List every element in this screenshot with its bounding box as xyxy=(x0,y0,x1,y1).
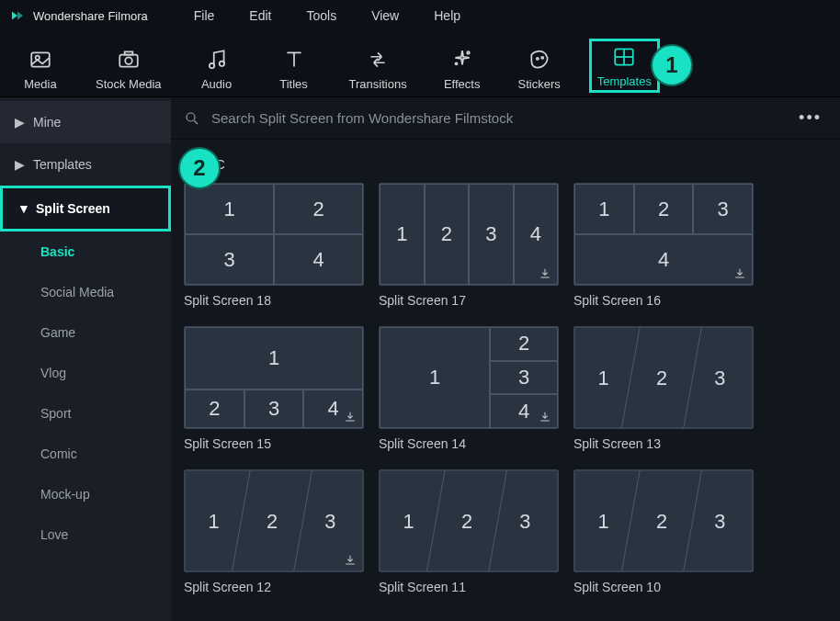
search-icon xyxy=(184,110,200,127)
svg-point-5 xyxy=(209,63,213,68)
svg-text:3: 3 xyxy=(519,510,530,533)
sidebar-item-vlog[interactable]: Vlog xyxy=(0,353,171,393)
svg-point-3 xyxy=(125,57,132,64)
template-thumb: 1234 xyxy=(184,326,364,429)
menubar: Wondershare Filmora FileEditToolsViewHel… xyxy=(0,0,840,31)
sidebar-item-mockup[interactable]: Mock-up xyxy=(0,474,171,514)
svg-text:1: 1 xyxy=(209,510,220,533)
sidebar: ▶Mine▶Templates▼Split ScreenBasicSocial … xyxy=(0,97,171,621)
toolbar-label: Audio xyxy=(201,77,232,91)
download-icon[interactable] xyxy=(538,410,552,424)
titles-icon xyxy=(282,48,306,72)
template-name: Split Screen 17 xyxy=(379,293,559,308)
toolbar-stock-media[interactable]: Stock Media xyxy=(90,44,167,93)
sidebar-group-templates[interactable]: ▶Templates xyxy=(0,143,171,186)
toolbar-audio[interactable]: Audio xyxy=(189,44,244,93)
template-thumb: 123 xyxy=(573,326,754,429)
app-brand: Wondershare Filmora xyxy=(9,7,148,24)
toolbar-titles[interactable]: Titles xyxy=(267,44,322,93)
template-name: Split Screen 15 xyxy=(184,436,364,451)
templates-grid: 1234Split Screen 181234Split Screen 1712… xyxy=(184,183,827,594)
template-name: Split Screen 10 xyxy=(573,580,754,594)
app-name: Wondershare Filmora xyxy=(33,9,148,23)
menu-edit[interactable]: Edit xyxy=(249,8,271,23)
svg-text:3: 3 xyxy=(714,367,725,390)
content: ••• C 1234Split Screen 181234Split Scree… xyxy=(171,97,840,621)
sidebar-item-game[interactable]: Game xyxy=(0,312,171,353)
template-thumb: 123 xyxy=(184,469,364,572)
menu-file[interactable]: File xyxy=(194,8,215,23)
caret-icon: ▼ xyxy=(17,201,27,216)
sidebar-item-comic[interactable]: Comic xyxy=(0,434,171,474)
main: ▶Mine▶Templates▼Split ScreenBasicSocial … xyxy=(0,97,840,621)
more-icon[interactable]: ••• xyxy=(793,108,827,128)
template-card-ss11[interactable]: 123Split Screen 11 xyxy=(379,469,559,594)
sidebar-group-label: Mine xyxy=(33,115,61,130)
svg-line-15 xyxy=(194,120,198,124)
svg-point-10 xyxy=(541,57,543,59)
toolbar-label: Media xyxy=(24,77,56,91)
toolbar-stickers[interactable]: Stickers xyxy=(512,44,567,93)
svg-text:2: 2 xyxy=(461,510,472,533)
caret-icon: ▶ xyxy=(15,157,24,172)
toolbar-transitions[interactable]: Transitions xyxy=(344,44,413,93)
templates-grid-area: C 1234Split Screen 181234Split Screen 17… xyxy=(171,140,840,621)
sidebar-group-mine[interactable]: ▶Mine xyxy=(0,101,171,143)
template-name: Split Screen 13 xyxy=(573,436,754,451)
svg-point-8 xyxy=(455,62,457,64)
search-input[interactable] xyxy=(211,110,782,126)
download-icon[interactable] xyxy=(343,553,358,568)
sidebar-group-label: Templates xyxy=(33,157,92,172)
sidebar-item-basic[interactable]: Basic xyxy=(0,231,171,272)
template-card-ss17[interactable]: 1234Split Screen 17 xyxy=(379,183,559,308)
toolbar-media[interactable]: Media xyxy=(13,44,68,93)
download-icon[interactable] xyxy=(538,266,552,281)
template-thumb: 1234 xyxy=(379,183,559,286)
menu-view[interactable]: View xyxy=(371,8,399,23)
template-card-ss16[interactable]: 1234Split Screen 16 xyxy=(573,183,754,308)
svg-text:2: 2 xyxy=(267,510,278,533)
media-icon xyxy=(28,48,52,72)
templates-icon xyxy=(612,45,636,69)
svg-point-9 xyxy=(536,58,538,60)
toolbar-label: Templates xyxy=(597,74,652,88)
svg-text:1: 1 xyxy=(598,510,609,533)
caret-icon: ▶ xyxy=(15,115,24,130)
svg-text:2: 2 xyxy=(656,510,667,533)
toolbar-effects[interactable]: Effects xyxy=(435,44,490,93)
svg-text:2: 2 xyxy=(656,367,667,390)
menu-help[interactable]: Help xyxy=(434,8,460,23)
sidebar-group-split[interactable]: ▼Split Screen xyxy=(0,186,171,231)
sidebar-item-love[interactable]: Love xyxy=(0,514,171,555)
template-card-ss15[interactable]: 1234Split Screen 15 xyxy=(184,326,364,451)
sidebar-group-label: Split Screen xyxy=(36,201,110,216)
template-name: Split Screen 12 xyxy=(184,580,364,594)
stock-media-icon xyxy=(117,48,141,72)
transitions-icon xyxy=(366,48,390,72)
template-card-ss14[interactable]: 1234Split Screen 14 xyxy=(379,326,559,451)
download-icon[interactable] xyxy=(732,266,747,281)
annotation-badge-1: 1 xyxy=(651,44,693,86)
audio-icon xyxy=(205,48,229,72)
svg-point-7 xyxy=(467,51,470,54)
menus: FileEditToolsViewHelp xyxy=(194,8,460,23)
app-logo-icon xyxy=(9,7,26,24)
menu-tools[interactable]: Tools xyxy=(306,8,336,23)
template-card-ss18[interactable]: 1234Split Screen 18 xyxy=(184,183,364,308)
svg-text:3: 3 xyxy=(324,510,335,533)
template-thumb: 123 xyxy=(573,469,754,572)
svg-text:1: 1 xyxy=(403,510,414,533)
toolbar-label: Stickers xyxy=(518,77,561,91)
template-card-ss10[interactable]: 123Split Screen 10 xyxy=(573,469,754,594)
template-name: Split Screen 14 xyxy=(379,436,559,451)
svg-rect-4 xyxy=(124,51,132,54)
sidebar-item-sport[interactable]: Sport xyxy=(0,393,171,434)
toolbar-templates[interactable]: Templates xyxy=(589,39,660,93)
template-thumb: 1234 xyxy=(573,183,754,286)
template-card-ss13[interactable]: 123Split Screen 13 xyxy=(573,326,754,451)
annotation-badge-2: 2 xyxy=(178,147,221,189)
sidebar-item-socialmedia[interactable]: Social Media xyxy=(0,272,171,312)
template-card-ss12[interactable]: 123Split Screen 12 xyxy=(184,469,364,594)
download-icon[interactable] xyxy=(343,410,358,424)
toolbar: MediaStock MediaAudioTitlesTransitionsEf… xyxy=(0,31,840,97)
